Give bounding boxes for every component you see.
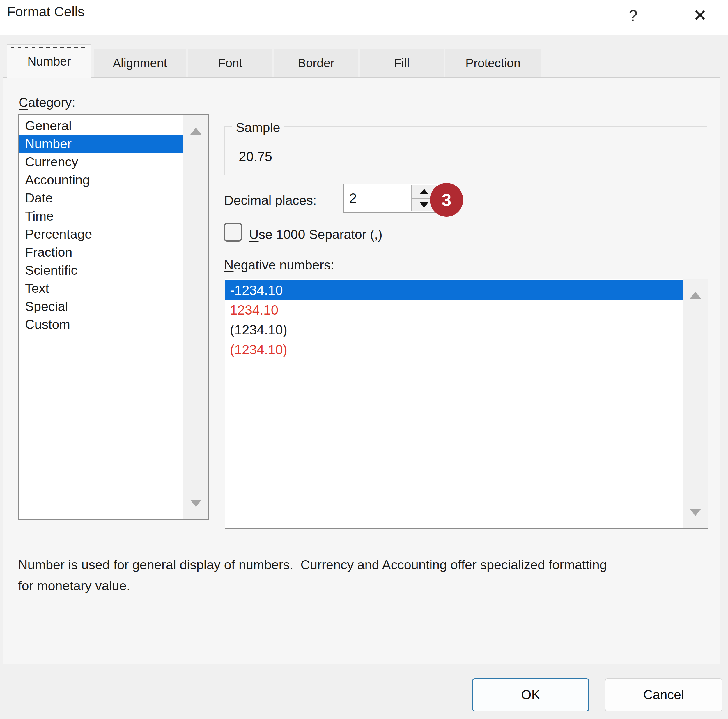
scroll-down-icon: [690, 509, 701, 516]
negative-scroll-up-button[interactable]: [683, 282, 708, 308]
category-item-fraction[interactable]: Fraction: [18, 243, 184, 261]
close-icon: ✕: [693, 6, 707, 25]
help-button[interactable]: ?: [620, 0, 646, 31]
negative-scroll-down-button[interactable]: [683, 499, 708, 526]
category-item-percentage[interactable]: Percentage: [18, 225, 184, 243]
close-button[interactable]: ✕: [685, 0, 714, 31]
category-item-custom[interactable]: Custom: [18, 316, 184, 334]
tab-font[interactable]: Font: [188, 49, 272, 78]
step-3-badge: 3: [430, 183, 463, 217]
thousand-separator-label[interactable]: Use 1000 Separator (,): [249, 227, 382, 242]
category-item-currency[interactable]: Currency: [18, 153, 184, 171]
category-item-special[interactable]: Special: [18, 297, 184, 316]
category-scroll-up-button[interactable]: [184, 118, 208, 144]
negative-numbers-listbox[interactable]: -1234.10 1234.10 (1234.10) (1234.10): [225, 279, 708, 529]
cancel-button[interactable]: Cancel: [605, 678, 722, 711]
category-item-general[interactable]: General: [18, 117, 184, 135]
negative-format-option[interactable]: (1234.10): [225, 340, 683, 360]
thousand-separator-checkbox[interactable]: [223, 223, 242, 242]
tab-border[interactable]: Border: [274, 49, 358, 78]
tab-alignment[interactable]: Alignment: [94, 49, 186, 78]
negative-numbers-label: Negative numbers:: [224, 258, 334, 273]
sample-label: Sample: [232, 120, 284, 135]
description-line-1: Number is used for general display of nu…: [18, 554, 711, 575]
decimal-places-input[interactable]: 2: [344, 184, 438, 213]
title-bar: Format Cells ? ✕: [0, 0, 728, 35]
category-item-date[interactable]: Date: [18, 189, 184, 207]
negative-numbers-scrollbar[interactable]: [683, 279, 708, 529]
description-line-2: for monetary value.: [18, 575, 711, 596]
category-scrollbar[interactable]: [184, 115, 208, 520]
spinner-down-icon: [420, 202, 428, 208]
category-listbox[interactable]: General Number Currency Accounting Date …: [18, 115, 209, 520]
tab-number[interactable]: Number: [7, 44, 92, 78]
negative-format-option[interactable]: -1234.10: [225, 280, 683, 300]
scroll-up-icon: [190, 127, 202, 135]
tab-fill[interactable]: Fill: [360, 49, 444, 78]
negative-format-option[interactable]: 1234.10: [225, 300, 683, 320]
spinner-up-icon: [420, 189, 428, 194]
scroll-down-icon: [190, 500, 202, 507]
category-item-text[interactable]: Text: [18, 279, 184, 297]
window-title: Format Cells: [7, 3, 84, 20]
help-icon: ?: [629, 6, 638, 25]
ok-button[interactable]: OK: [472, 678, 589, 711]
category-description: Number is used for general display of nu…: [18, 554, 711, 596]
decimal-places-value: 2: [349, 184, 357, 212]
category-item-accounting[interactable]: Accounting: [18, 171, 184, 189]
sample-groupbox: [224, 126, 707, 175]
category-scroll-down-button[interactable]: [184, 490, 208, 517]
decimal-places-label: Decimal places:: [224, 193, 317, 208]
negative-numbers-items: -1234.10 1234.10 (1234.10) (1234.10): [225, 280, 683, 360]
category-items: General Number Currency Accounting Date …: [18, 117, 184, 334]
category-item-scientific[interactable]: Scientific: [18, 261, 184, 279]
negative-format-option[interactable]: (1234.10): [225, 320, 683, 340]
scroll-up-icon: [690, 291, 701, 299]
tab-protection[interactable]: Protection: [445, 49, 541, 78]
category-item-number[interactable]: Number: [18, 135, 184, 153]
sample-value: 20.75: [239, 149, 272, 164]
category-label: Category:: [18, 95, 75, 110]
category-item-time[interactable]: Time: [18, 207, 184, 225]
